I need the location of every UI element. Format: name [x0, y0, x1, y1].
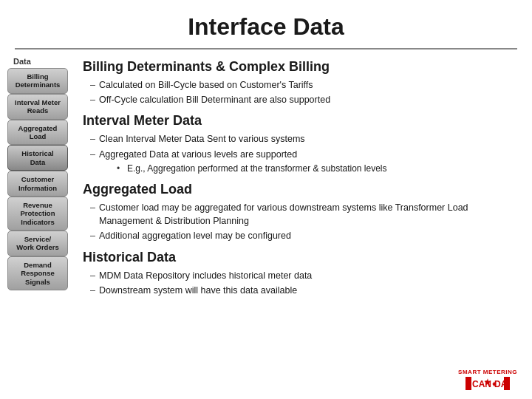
- sidebar-item-demand[interactable]: Demand Response Signals: [7, 256, 68, 290]
- bullet-item: Additional aggregation level may be conf…: [90, 229, 517, 242]
- bullet-item: Aggregated Data at various levels are su…: [90, 148, 517, 176]
- svg-rect-0: [466, 377, 471, 390]
- svg-text:DA: DA: [494, 379, 508, 389]
- bullet-item: Off-Cycle calculation Bill Determinant a…: [90, 93, 517, 106]
- section-heading-historical-data: Historical Data: [83, 248, 517, 267]
- sub-bullet-item: E.g., Aggregation performed at the trans…: [117, 163, 517, 175]
- section-heading-billing: Billing Determinants & Complex Billing: [83, 57, 517, 76]
- svg-text:♦: ♦: [492, 379, 497, 388]
- bullet-item: Calculated on Bill-Cycle based on Custom…: [90, 78, 517, 92]
- sidebar-item-revenue[interactable]: Revenue Protection Indicators: [7, 197, 68, 231]
- section-heading-aggregated-load: Aggregated Load: [83, 180, 517, 199]
- section-heading-interval-meter: Interval Meter Data: [83, 111, 517, 130]
- main-content: Billing Determinants & Complex BillingCa…: [68, 57, 517, 389]
- bullet-item: Customer load may be aggregated for vari…: [90, 201, 517, 228]
- sidebar-group-label: Data: [7, 57, 68, 66]
- bullet-list-aggregated-load: Customer load may be aggregated for vari…: [83, 201, 517, 242]
- bullet-list-interval-meter: Clean Interval Meter Data Sent to variou…: [83, 132, 517, 175]
- bullet-item: Downstream system will have this data av…: [90, 284, 517, 297]
- page-title: Interface Data: [15, 0, 517, 50]
- sidebar-item-interval[interactable]: Interval Meter Reads: [7, 94, 68, 120]
- sidebar-item-historical[interactable]: Historical Data: [7, 145, 68, 171]
- sub-bullet-list: E.g., Aggregation performed at the trans…: [99, 163, 517, 175]
- sidebar-item-customer[interactable]: Customer Information: [7, 171, 68, 197]
- logo-area: SMART METERING CAN DA ♦: [458, 369, 517, 392]
- bullet-item: Clean Interval Meter Data Sent to variou…: [90, 132, 517, 146]
- sidebar-item-aggregated[interactable]: Aggregated Load: [7, 120, 68, 146]
- bullet-item: MDM Data Repository includes historical …: [90, 269, 517, 282]
- bullet-list-historical-data: MDM Data Repository includes historical …: [83, 269, 517, 297]
- canada-wordmark: CAN DA ♦: [466, 375, 510, 392]
- sidebar-item-billing[interactable]: Billing Determinants: [7, 68, 68, 94]
- sidebar: Data Billing Determinants Interval Meter…: [7, 57, 68, 389]
- sidebar-item-service[interactable]: Service/ Work Orders: [7, 231, 68, 256]
- bullet-list-billing: Calculated on Bill-Cycle based on Custom…: [83, 78, 517, 106]
- svg-text:CAN: CAN: [472, 379, 491, 389]
- smart-metering-text: SMART METERING: [458, 369, 517, 375]
